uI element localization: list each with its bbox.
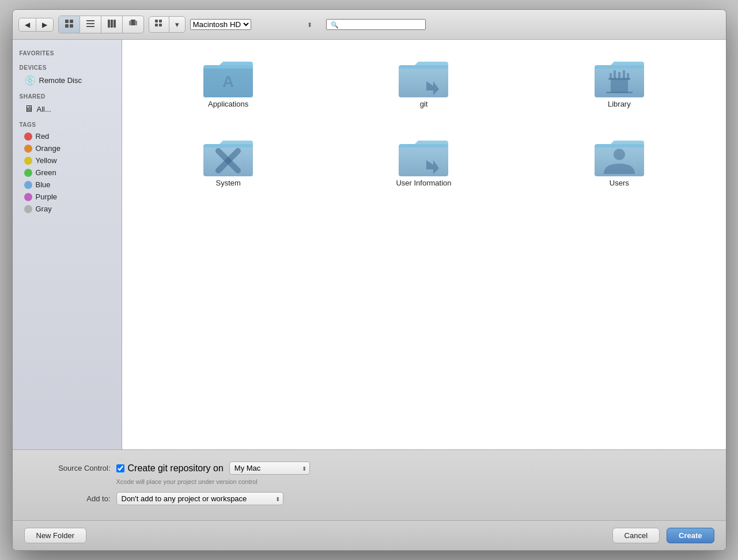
svg-rect-13	[155, 20, 158, 22]
git-checkbox[interactable]	[116, 464, 124, 472]
disc-icon: 💿	[24, 75, 36, 86]
nav-buttons: ◀ ▶	[18, 18, 54, 32]
gray-label: Gray	[36, 205, 52, 213]
svg-rect-20	[399, 65, 448, 97]
sidebar-item-red[interactable]: Red	[13, 130, 122, 142]
users-folder-icon	[593, 135, 645, 179]
svg-rect-25	[610, 73, 612, 79]
tags-header: TAGS	[13, 116, 122, 130]
applications-folder-icon: A	[202, 56, 254, 100]
all-label: All...	[37, 105, 51, 113]
list-icon	[86, 19, 95, 28]
purple-dot	[24, 193, 32, 201]
applications-label: Applications	[208, 100, 248, 108]
orange-dot	[24, 145, 32, 153]
svg-rect-1	[70, 20, 73, 23]
view-column-button[interactable]	[101, 16, 123, 33]
svg-rect-9	[113, 20, 116, 28]
create-button[interactable]: Create	[667, 528, 714, 543]
svg-rect-11	[129, 21, 131, 25]
git-location-select-wrapper: My Mac	[229, 461, 310, 475]
sidebar-item-orange[interactable]: Orange	[13, 142, 122, 154]
git-location-select[interactable]: My Mac	[229, 461, 310, 475]
view-buttons	[58, 16, 144, 33]
svg-rect-4	[86, 20, 94, 21]
library-label: Library	[608, 100, 631, 108]
red-label: Red	[36, 132, 50, 141]
sidebar-item-all[interactable]: 🖥 All...	[13, 102, 122, 116]
red-dot	[24, 133, 32, 141]
action-grid-button[interactable]	[149, 17, 169, 32]
yellow-dot	[24, 157, 32, 165]
svg-rect-5	[86, 23, 94, 24]
view-list-button[interactable]	[80, 16, 101, 33]
sidebar-item-blue[interactable]: Blue	[13, 179, 122, 191]
svg-point-37	[614, 149, 625, 160]
git-label: git	[420, 100, 428, 108]
search-input[interactable]	[326, 19, 426, 30]
user-information-folder-icon	[398, 135, 449, 179]
blue-dot	[24, 181, 32, 189]
sidebar: FAVORITES DEVICES 💿 Remote Disc SHARED 🖥…	[13, 40, 122, 449]
main-area: FAVORITES DEVICES 💿 Remote Disc SHARED 🖥…	[13, 40, 726, 449]
shared-header: SHARED	[13, 88, 122, 102]
location-select[interactable]: Macintosh HD	[190, 19, 251, 30]
file-item-git[interactable]: git	[329, 51, 519, 113]
file-item-applications[interactable]: A Applications	[134, 51, 323, 113]
svg-rect-12	[135, 21, 137, 25]
save-dialog: ◀ ▶	[12, 9, 726, 551]
sidebar-item-yellow[interactable]: Yellow	[13, 154, 122, 167]
add-to-row: Add to: Don't add to any project or work…	[36, 492, 703, 505]
footer-right: Cancel Create	[612, 528, 714, 543]
toolbar: ◀ ▶	[13, 10, 726, 40]
add-to-select[interactable]: Don't add to any project or workspace	[116, 492, 283, 505]
svg-text:A: A	[222, 73, 234, 90]
favorites-header: FAVORITES	[13, 44, 122, 59]
column-icon	[107, 19, 116, 28]
source-control-label: Source Control:	[36, 464, 111, 472]
add-to-label: Add to:	[36, 494, 111, 503]
user-information-label: User Information	[396, 179, 451, 187]
svg-rect-14	[159, 20, 162, 22]
remote-disc-label: Remote Disc	[39, 76, 82, 85]
git-checkbox-wrapper: Create git repository on	[116, 463, 224, 474]
svg-rect-15	[155, 24, 158, 27]
file-grid: A Applications	[134, 51, 714, 192]
cancel-button[interactable]: Cancel	[612, 528, 660, 543]
sidebar-item-remote-disc[interactable]: 💿 Remote Disc	[13, 73, 122, 88]
file-area: A Applications	[122, 40, 726, 449]
git-folder-icon	[398, 56, 449, 100]
devices-header: DEVICES	[13, 59, 122, 73]
bottom-panel: Source Control: Create git repository on…	[13, 449, 726, 520]
forward-button[interactable]: ▶	[36, 18, 53, 31]
sidebar-item-green[interactable]: Green	[13, 167, 122, 179]
back-button[interactable]: ◀	[19, 18, 36, 31]
file-item-users[interactable]: Users	[524, 130, 714, 192]
network-icon: 🖥	[24, 104, 33, 114]
file-item-system[interactable]: System	[134, 130, 323, 192]
library-folder-icon	[593, 56, 645, 100]
svg-rect-10	[131, 20, 135, 25]
file-item-library[interactable]: Library	[524, 51, 714, 113]
svg-rect-16	[159, 24, 162, 27]
yellow-label: Yellow	[36, 156, 57, 165]
search-wrapper	[326, 19, 720, 30]
new-folder-button[interactable]: New Folder	[24, 528, 86, 543]
svg-rect-26	[614, 70, 616, 79]
sidebar-item-gray[interactable]: Gray	[13, 203, 122, 215]
gray-dot	[24, 205, 32, 213]
svg-rect-0	[65, 20, 69, 23]
file-item-user-information[interactable]: User Information	[329, 130, 519, 192]
action-buttons: ▾	[149, 16, 186, 33]
svg-rect-28	[623, 70, 625, 79]
users-label: Users	[610, 179, 629, 187]
view-icon-button[interactable]	[59, 16, 80, 33]
view-cover-button[interactable]	[123, 16, 143, 33]
system-folder-icon	[202, 135, 254, 179]
sidebar-item-purple[interactable]: Purple	[13, 191, 122, 203]
svg-rect-30	[606, 92, 633, 93]
purple-label: Purple	[36, 192, 58, 201]
grid-icon	[65, 19, 74, 28]
green-label: Green	[36, 168, 56, 177]
action-dropdown-button[interactable]: ▾	[169, 17, 185, 32]
